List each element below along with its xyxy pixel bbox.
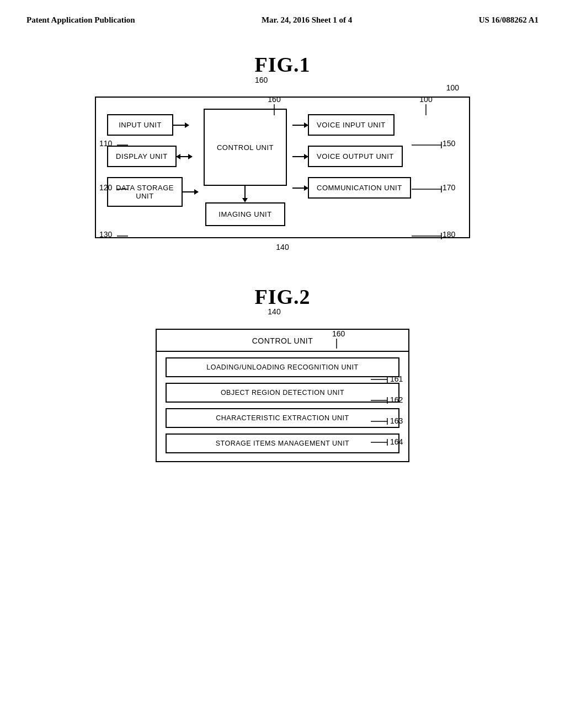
ref-100: 100 [446,83,459,92]
ref-160: 160 [255,76,268,84]
display-unit-row: DISPLAY UNIT [107,146,198,167]
imaging-unit-box: IMAGING UNIT [205,202,285,226]
input-unit-row: INPUT UNIT [107,114,198,136]
voice-output-unit-row: VOICE OUTPUT UNIT [292,146,411,167]
fig1-content: INPUT UNIT DISPLAY UNIT [107,109,458,226]
fig2-storage-unit-row: STORAGE ITEMS MANAGEMENT UNIT [166,433,399,453]
fig1-center-col: CONTROL UNIT IMAGING UNIT [204,109,287,226]
fig1-outer-box: INPUT UNIT DISPLAY UNIT [95,97,470,238]
header-date-sheet: Mar. 24, 2016 Sheet 1 of 4 [262,15,352,25]
fig2-label: FIG.2 [33,285,532,309]
fig1-wrapper: 100 160 160 100 110 120 130 150 [84,97,481,251]
fig1-section: FIG.1 100 160 160 100 110 120 130 [0,52,565,251]
fig2-characteristic-unit-row: CHARACTERISTIC EXTRACTION UNIT [166,408,399,428]
fig2-loading-unit-box: LOADING/UNLOADING RECOGNITION UNIT [166,357,399,377]
fig2-loading-unit-row: LOADING/UNLOADING RECOGNITION UNIT [166,357,399,377]
voice-input-unit-box: VOICE INPUT UNIT [308,114,395,136]
fig2-wrapper: 160 161 162 163 164 CONTROL UNIT [122,329,443,462]
fig2-characteristic-unit-box: CHARACTERISTIC EXTRACTION UNIT [166,408,399,428]
fig2-storage-unit-box: STORAGE ITEMS MANAGEMENT UNIT [166,433,399,453]
voice-output-unit-box: VOICE OUTPUT UNIT [308,146,403,167]
fig1-right-col: VOICE INPUT UNIT VOICE OUTPUT UNIT [292,109,411,199]
fig2-object-unit-row: OBJECT REGION DETECTION UNIT [166,383,399,403]
data-storage-unit-row: DATA STORAGE UNIT [107,177,198,207]
fig2-outer-box: CONTROL UNIT LOADING/UNLOADING RECOGNITI… [156,329,409,462]
input-unit-box: INPUT UNIT [107,114,173,136]
fig2-control-unit-title: CONTROL UNIT [157,330,408,352]
fig2-section: FIG.2 160 161 162 163 164 [0,285,565,462]
data-storage-unit-box: DATA STORAGE UNIT [107,177,183,207]
fig1-label: FIG.1 [33,52,532,77]
fig2-object-unit-box: OBJECT REGION DETECTION UNIT [166,383,399,403]
communication-unit-row: COMMUNICATION UNIT [292,177,411,199]
voice-input-unit-row: VOICE INPUT UNIT [292,114,411,136]
communication-unit-box: COMMUNICATION UNIT [308,177,411,199]
display-unit-box: DISPLAY UNIT [107,146,177,167]
header-publication-label: Patent Application Publication [26,15,135,25]
control-unit-box: CONTROL UNIT [204,109,287,186]
fig1-left-col: INPUT UNIT DISPLAY UNIT [107,109,198,207]
ref-140: 140 [84,243,481,251]
page-header: Patent Application Publication Mar. 24, … [0,0,565,25]
header-patent-number: US 16/088262 A1 [479,15,539,25]
